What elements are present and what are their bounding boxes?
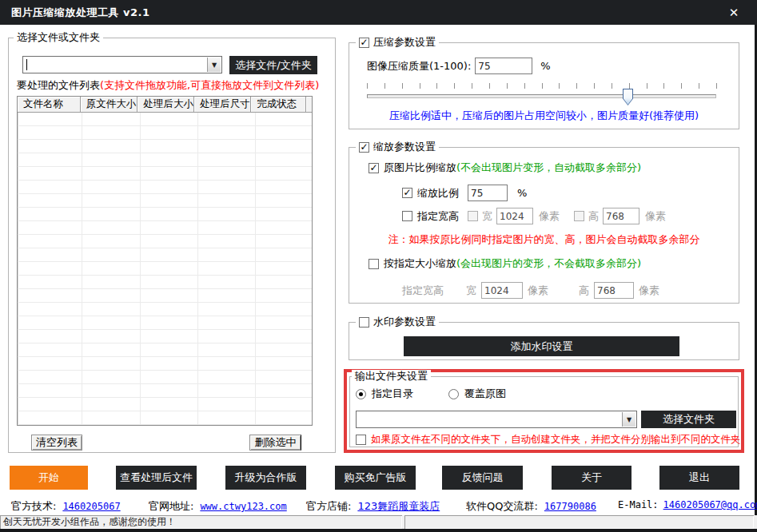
quality-slider-thumb[interactable] bbox=[623, 89, 633, 105]
watermark-settings-title: 水印参数设置 bbox=[373, 316, 436, 328]
buy-noad-button[interactable]: 购买免广告版 bbox=[335, 466, 416, 490]
ratio-checkbox[interactable]: ✓ bbox=[402, 188, 412, 198]
chevron-down-icon[interactable]: ▼ bbox=[207, 58, 221, 72]
width-input[interactable] bbox=[496, 208, 533, 224]
start-button[interactable]: 开始 bbox=[10, 466, 88, 490]
status-panel-right bbox=[404, 515, 754, 529]
slider-ticks bbox=[367, 83, 717, 89]
delete-selected-button[interactable]: 删除选中 bbox=[249, 435, 301, 451]
choose-folder-button[interactable]: 选择文件夹 bbox=[641, 411, 736, 428]
stretch-label: 按指定大小缩放 bbox=[384, 256, 456, 271]
quality-slider-track[interactable] bbox=[367, 94, 716, 98]
height-label-disabled: 高 bbox=[579, 284, 589, 298]
file-list-label: 要处理的文件列表 bbox=[17, 78, 100, 93]
column-header-filler bbox=[306, 97, 312, 113]
exit-button[interactable]: 退出 bbox=[659, 466, 739, 490]
quality-input[interactable] bbox=[475, 58, 532, 74]
feedback-button[interactable]: 反馈问题 bbox=[442, 466, 523, 490]
status-panel-left: 创天无忧开发小组作品，感谢您的使用！ bbox=[0, 515, 402, 529]
column-header-original-size[interactable]: 原文件大小 bbox=[81, 97, 138, 113]
keep-ratio-checkbox[interactable]: ✓ bbox=[369, 163, 379, 173]
grid-line bbox=[255, 113, 256, 425]
file-select-group: 选择文件或文件夹 ▼ 选择文件/文件夹 要处理的文件列表(支持文件拖放功能,可直… bbox=[8, 38, 336, 453]
title-bar: 图片压缩缩放处理工具 v2.1 ✕ bbox=[0, 0, 757, 25]
footer-site-link[interactable]: www.ctwy123.com bbox=[200, 501, 286, 512]
watermark-settings-checkbox[interactable] bbox=[359, 317, 369, 328]
view-processed-button[interactable]: 查看处理后文件 bbox=[116, 466, 197, 490]
column-header-processed-size[interactable]: 处理后大小 bbox=[137, 97, 194, 113]
footer-qq-link[interactable]: 167790086 bbox=[544, 501, 596, 512]
footer-site: 官网地址: www.ctwy123.com bbox=[149, 499, 287, 514]
output-folder-combobox[interactable]: ▼ bbox=[356, 411, 637, 428]
keep-ratio-note: (不会出现图片变形，自动截取多余部分) bbox=[456, 161, 641, 175]
text-caret bbox=[26, 59, 27, 70]
auto-create-folder-checkbox[interactable] bbox=[356, 435, 366, 445]
grid-line bbox=[140, 113, 141, 425]
scale-settings-group: ✓ 缩放参数设置 ✓ 原图片比例缩放 (不会出现图片变形，自动截取多余部分) ✓… bbox=[349, 147, 739, 304]
width-label: 宽 bbox=[482, 209, 492, 224]
footer-tech-label: 官方技术: bbox=[11, 499, 56, 514]
quality-percent-sign: % bbox=[540, 60, 550, 72]
close-icon[interactable]: ✕ bbox=[722, 0, 746, 25]
file-list-drag-note: (支持文件拖放功能,可直接拖放文件到文件列表) bbox=[100, 78, 319, 93]
clear-list-button[interactable]: 清空列表 bbox=[31, 435, 82, 451]
radio-overwrite-label: 覆盖原图 bbox=[464, 387, 506, 401]
ratio-input[interactable] bbox=[468, 185, 508, 201]
about-button[interactable]: 关于 bbox=[552, 466, 631, 490]
px-label: 像素 bbox=[639, 284, 659, 298]
upgrade-button[interactable]: 升级为合作版 bbox=[225, 466, 306, 490]
column-header-processed-dims[interactable]: 处理后尺寸 bbox=[194, 97, 251, 113]
radio-specify-dir[interactable] bbox=[356, 389, 366, 399]
compress-settings-group: ✓ 压缩参数设置 图像压缩质量(1-100): % 压缩比例适中，压缩后的图片占… bbox=[349, 42, 739, 129]
add-watermark-button[interactable]: 添加水印设置 bbox=[404, 336, 679, 356]
auto-create-folder-note: 如果原文件在不同的文件夹下，自动创建文件夹，并把文件分别输出到不同的文件夹 bbox=[371, 433, 741, 447]
file-path-combobox[interactable]: ▼ bbox=[22, 56, 222, 73]
scale-settings-checkbox[interactable]: ✓ bbox=[359, 142, 369, 153]
scale-settings-title: 缩放参数设置 bbox=[373, 141, 436, 153]
ratio-percent-sign: % bbox=[517, 187, 527, 199]
grid-line bbox=[197, 113, 198, 425]
footer-mail-link[interactable]: 1460205067@qq.com bbox=[663, 499, 757, 510]
width-checkbox[interactable] bbox=[468, 211, 478, 221]
footer-mail-label: E-Mail: bbox=[618, 499, 659, 510]
status-text: 创天无忧开发小组作品，感谢您的使用！ bbox=[3, 515, 176, 529]
width-label-disabled: 宽 bbox=[466, 284, 476, 298]
radio-overwrite[interactable] bbox=[448, 389, 459, 399]
footer-qq-label: 软件QQ交流群: bbox=[466, 499, 538, 514]
px-label: 像素 bbox=[528, 284, 548, 298]
footer-tech: 官方技术: 1460205067 bbox=[11, 499, 121, 514]
column-header-status[interactable]: 完成状态 bbox=[251, 97, 306, 113]
px-label: 像素 bbox=[539, 209, 560, 224]
keep-ratio-label: 原图片比例缩放 bbox=[384, 161, 456, 175]
height-input-disabled[interactable] bbox=[594, 282, 634, 299]
footer-shop-link[interactable]: 123舞蹈服童装店 bbox=[357, 499, 440, 514]
column-header-filename[interactable]: 文件名称 bbox=[18, 97, 81, 113]
footer-tech-link[interactable]: 1460205067 bbox=[62, 501, 120, 512]
quality-hint: 压缩比例适中，压缩后的图片占用空间较小，图片质量好(推荐使用) bbox=[349, 109, 739, 123]
width-input-disabled[interactable] bbox=[481, 282, 523, 299]
fixed-wh-checkbox[interactable] bbox=[402, 211, 412, 221]
watermark-settings-group: 水印参数设置 添加水印设置 bbox=[349, 322, 739, 360]
stretch-checkbox[interactable] bbox=[369, 259, 379, 269]
height-label: 高 bbox=[588, 209, 599, 224]
file-list-table[interactable]: 文件名称 原文件大小 处理后大小 处理后尺寸 完成状态 bbox=[17, 96, 313, 426]
compress-settings-checkbox[interactable]: ✓ bbox=[359, 38, 369, 48]
footer-mail: E-Mail: 1460205067@qq.com bbox=[618, 499, 757, 510]
height-input[interactable] bbox=[603, 208, 639, 224]
footer-shop: 官方店铺: 123舞蹈服童装店 bbox=[306, 499, 440, 514]
window-title: 图片压缩缩放处理工具 v2.1 bbox=[11, 6, 150, 20]
status-bar: 创天无忧开发小组作品，感谢您的使用！ bbox=[0, 515, 757, 529]
ratio-label: 缩放比例 bbox=[417, 186, 459, 200]
grid-line bbox=[82, 113, 82, 425]
height-checkbox[interactable] bbox=[574, 211, 584, 221]
footer-qq: 软件QQ交流群: 167790086 bbox=[466, 499, 596, 514]
footer-site-label: 官网地址: bbox=[149, 499, 193, 514]
table-body-empty[interactable] bbox=[18, 113, 312, 425]
output-folder-title: 输出文件夹设置 bbox=[355, 370, 428, 383]
choose-file-button[interactable]: 选择文件/文件夹 bbox=[229, 56, 317, 74]
chevron-down-icon[interactable]: ▼ bbox=[622, 412, 635, 427]
px-label: 像素 bbox=[645, 209, 666, 224]
window-bottom-border bbox=[0, 529, 757, 532]
output-folder-group: 输出文件夹设置 指定目录 覆盖原图 ▼ 选择文件夹 如果原文件在不同的文件夹下，… bbox=[349, 376, 739, 447]
radio-specify-dir-label: 指定目录 bbox=[372, 387, 413, 401]
